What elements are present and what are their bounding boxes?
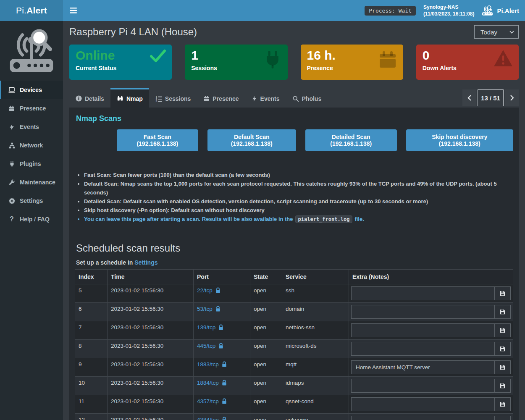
cell-port: 53/tcp [194, 303, 250, 321]
info-icon [76, 95, 82, 102]
port-link[interactable]: 53/tcp [197, 306, 220, 312]
save-note-button[interactable] [494, 324, 510, 337]
save-note-button[interactable] [494, 342, 510, 355]
port-link[interactable]: 1884/tcp [197, 380, 227, 386]
list-ol-icon: 123 [155, 95, 162, 102]
cell-state: open [250, 303, 282, 321]
note-input[interactable] [352, 305, 494, 318]
prev-device-button[interactable] [462, 89, 476, 106]
save-note-button[interactable] [494, 305, 510, 318]
port-link[interactable]: 4357/tcp [197, 398, 227, 404]
note-input[interactable] [352, 379, 494, 392]
scan-note-log-hint: You can leave this page after starting a… [84, 215, 513, 224]
cell-extra [349, 358, 513, 377]
search-icon [292, 95, 299, 102]
cell-port: 22/tcp [194, 284, 250, 303]
cell-index: 5 [75, 284, 108, 303]
check-icon [150, 49, 166, 63]
cell-extra [349, 377, 513, 395]
note-input[interactable] [352, 342, 494, 355]
device-counter: 13 / 51 [478, 89, 504, 106]
cell-time: 2023-01-02 15:56:30 [108, 395, 194, 414]
scan-results-table: Index Time Port State Service Extra (Not… [75, 269, 513, 420]
col-header-service: Service [282, 270, 349, 284]
app-chip[interactable]: Pi.Alert [482, 5, 519, 16]
save-note-button[interactable] [494, 379, 510, 392]
brand-logo[interactable]: Pi.Alert [0, 0, 63, 21]
lock-icon [218, 324, 223, 331]
skip-host-discovery-button[interactable]: Skip host discovery (192.168.1.138) [406, 129, 513, 151]
note-input[interactable] [352, 287, 494, 300]
port-link[interactable]: 4384/tcp [197, 417, 227, 420]
port-link[interactable]: 22/tcp [197, 287, 220, 294]
tab-sessions[interactable]: 123 Sessions [149, 88, 197, 108]
next-device-button[interactable] [505, 89, 519, 106]
settings-link[interactable]: Settings [134, 259, 158, 266]
binoculars-icon [117, 95, 123, 102]
lock-icon [215, 287, 220, 294]
tab-pholus[interactable]: Pholus [286, 88, 328, 108]
default-scan-button[interactable]: Default Scan (192.168.1.138) [207, 129, 296, 151]
port-link[interactable]: 139/tcp [197, 324, 223, 331]
note-input[interactable] [352, 361, 494, 374]
page-title: Raspberry Pi 4 LAN (House) [69, 26, 197, 38]
period-select-value: Today [480, 29, 497, 36]
tab-label: Presence [213, 95, 239, 102]
question-icon: ? [8, 215, 16, 223]
cell-state: open [250, 284, 282, 303]
tab-presence[interactable]: Presence [197, 88, 245, 108]
sidebar-item-help[interactable]: ? Help / FAQ [0, 210, 63, 228]
cell-index: 12 [75, 414, 108, 420]
cell-extra [349, 321, 513, 340]
sidebar-item-settings[interactable]: Settings [0, 192, 63, 210]
sidebar-item-plugins[interactable]: Plugins [0, 155, 63, 173]
cell-time: 2023-01-02 15:56:30 [108, 358, 194, 377]
sidebar: Devices Presence Events Network Plugins … [0, 21, 63, 420]
log-file-name: pialert_front.log [295, 215, 353, 223]
table-row: 9 2023-01-02 15:56:30 1883/tcp open mqtt [75, 358, 513, 377]
save-icon [499, 290, 506, 297]
save-note-button[interactable] [494, 416, 510, 420]
port-link[interactable]: 445/tcp [197, 343, 223, 349]
sidebar-item-network[interactable]: Network [0, 136, 63, 155]
status-card-current-status: Online Current Status [69, 45, 172, 80]
cell-extra [349, 395, 513, 414]
lock-icon [222, 361, 227, 368]
save-note-button[interactable] [494, 398, 510, 411]
note-input[interactable] [352, 324, 494, 337]
table-body: 5 2023-01-02 15:56:30 22/tcp open ssh 6 … [75, 284, 513, 420]
col-header-state: State [250, 270, 282, 284]
detailed-scan-button[interactable]: Detailed Scan (192.168.1.138) [305, 129, 397, 151]
fast-scan-button[interactable]: Fast Scan (192.168.1.138) [117, 129, 198, 151]
sidebar-item-maintenance[interactable]: Maintenance [0, 173, 63, 192]
tab-nmap[interactable]: Nmap [110, 88, 149, 108]
sidebar-item-presence[interactable]: Presence [0, 99, 63, 118]
save-note-button[interactable] [494, 361, 510, 374]
host-timestamp: (11/03/2023, 16:11:08) [423, 11, 474, 17]
tab-label: Events [260, 95, 280, 102]
cell-port: 139/tcp [194, 321, 250, 340]
cell-state: open [250, 358, 282, 377]
cell-extra [349, 340, 513, 358]
table-row: 12 2023-01-02 15:56:30 4384/tcp open unk… [75, 414, 513, 420]
pialert-router-logo [0, 21, 63, 79]
note-input[interactable] [352, 416, 494, 420]
cell-index: 10 [75, 377, 108, 395]
sidebar-item-label: Network [20, 142, 43, 149]
hamburger-icon[interactable] [70, 4, 82, 17]
note-input[interactable] [352, 398, 494, 411]
schedule-hint: Set up a schedule in Settings [76, 259, 513, 266]
sidebar-item-label: Help / FAQ [20, 216, 50, 223]
tab-details[interactable]: Details [69, 88, 110, 108]
period-select[interactable]: Today [474, 25, 519, 39]
save-note-button[interactable] [494, 287, 510, 300]
sidebar-item-events[interactable]: Events [0, 118, 63, 136]
scan-note: Skip host discovery (-Pn option): Defaul… [84, 206, 513, 215]
sidebar-item-devices[interactable]: Devices [0, 81, 63, 99]
sidebar-item-label: Presence [20, 105, 46, 112]
cell-port: 1884/tcp [194, 377, 250, 395]
port-link[interactable]: 1883/tcp [197, 361, 227, 368]
laptop-icon [8, 86, 16, 94]
sidebar-item-label: Plugins [20, 160, 41, 167]
tab-events[interactable]: Events [245, 88, 286, 108]
